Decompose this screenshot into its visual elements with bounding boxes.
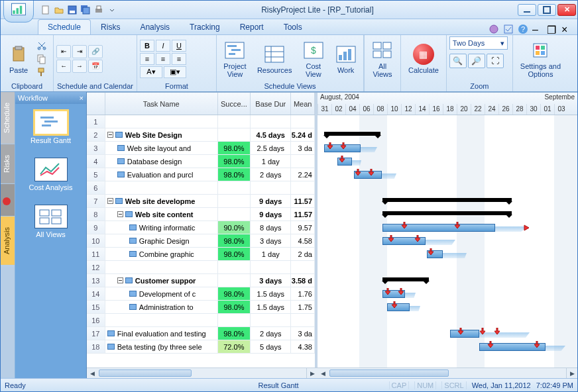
outdent-button[interactable]: ←	[56, 60, 71, 73]
help-icon[interactable]: ?	[518, 24, 528, 34]
save-all-icon[interactable]	[80, 5, 91, 15]
align-left-button[interactable]: ≡	[140, 53, 154, 65]
header-rownum[interactable]	[87, 93, 105, 115]
table-row[interactable]: 15Administration to98.0%1.5 days1.75	[87, 301, 315, 314]
qat-dropdown-icon[interactable]	[107, 5, 117, 15]
risk-marker-icon[interactable]	[355, 169, 361, 175]
close-button[interactable]	[557, 4, 576, 16]
resources-button[interactable]: Resources	[253, 37, 296, 81]
project-view-button[interactable]: Project View	[219, 37, 251, 81]
gantt-chart[interactable]: August, 2004 Septembe 310204060810121416…	[318, 93, 577, 368]
cut-icon[interactable]	[36, 40, 47, 51]
underline-button[interactable]: U	[172, 40, 186, 52]
indent-button[interactable]: →	[72, 60, 87, 73]
fill-color-button[interactable]: ▣▾	[164, 66, 186, 78]
workflow-result-gantt[interactable]: Result Gantt	[23, 111, 80, 144]
mdi-close-icon[interactable]: ×	[561, 24, 572, 34]
risk-marker-icon[interactable]	[428, 248, 434, 255]
zoom-out-button[interactable]: 🔎	[468, 54, 485, 68]
align-center-button[interactable]: ≡	[156, 53, 170, 65]
risk-marker-icon[interactable]	[384, 288, 391, 295]
cost-view-button[interactable]: $Cost View	[298, 37, 328, 81]
table-row[interactable]: 8Web site content9 days11.57	[87, 208, 315, 221]
table-row[interactable]: 3Web site layout and98.0%2.5 days3 da	[87, 142, 315, 155]
zoom-in-button[interactable]: 🔍	[449, 54, 467, 68]
side-tab-analysis[interactable]: Analysis	[1, 217, 15, 266]
align-right-button[interactable]: ≡	[172, 53, 186, 65]
table-row[interactable]: 6	[87, 181, 315, 195]
gantt-hscroll-thumb[interactable]	[329, 369, 449, 377]
open-icon[interactable]	[54, 5, 64, 15]
calendar-button[interactable]: 📅	[88, 60, 103, 73]
app-menu-button[interactable]	[3, 0, 34, 23]
risk-marker-icon[interactable]	[340, 142, 347, 149]
risk-marker-icon[interactable]	[414, 235, 421, 242]
table-row[interactable]: 13Customer suppor3 days3.58 d	[87, 274, 315, 287]
toggle-icon[interactable]	[503, 24, 514, 34]
header-taskname[interactable]: Task Name	[105, 93, 218, 115]
risk-marker-icon[interactable]	[388, 235, 394, 242]
gantt-scroll-right[interactable]: ▶	[567, 368, 577, 378]
table-row[interactable]: 4Database design98.0%1 day	[87, 155, 315, 168]
risk-marker-icon[interactable]	[487, 341, 494, 348]
indent-left-button[interactable]: ⇤	[56, 45, 71, 58]
gantt-body[interactable]: ▲ ▼	[318, 115, 577, 368]
copy-icon[interactable]	[36, 54, 47, 64]
work-button[interactable]: Work	[331, 37, 361, 81]
grid-scroll-left[interactable]: ◀	[87, 368, 97, 378]
table-row[interactable]: 17Final evaluation and testing98.0%2 day…	[87, 327, 315, 340]
zoom-combo[interactable]: Two Days▾	[449, 36, 508, 50]
table-row[interactable]: 12	[87, 261, 315, 274]
table-row[interactable]: 11Combine graphic98.0%1 day2 da	[87, 248, 315, 261]
font-color-button[interactable]: A▾	[140, 66, 162, 78]
minimize-button[interactable]	[518, 4, 536, 16]
print-icon[interactable]	[93, 5, 104, 15]
risk-marker-icon[interactable]	[454, 222, 461, 228]
table-row[interactable]: 5Evaluation and purcl98.0%2 days2.24	[87, 168, 315, 181]
table-row[interactable]: 1	[87, 115, 315, 128]
risk-marker-icon[interactable]	[479, 328, 486, 334]
risk-marker-icon[interactable]	[457, 328, 464, 334]
risk-marker-icon[interactable]	[398, 288, 404, 295]
tab-analysis[interactable]: Analysis	[130, 19, 180, 34]
paste-button[interactable]: Paste	[3, 37, 34, 81]
header-success[interactable]: Succe...	[218, 93, 251, 115]
table-row[interactable]: 16	[87, 314, 315, 327]
side-tab-risks[interactable]: Risks	[1, 144, 15, 184]
table-row[interactable]: 18Beta testing (by three sele72.0%5 days…	[87, 340, 315, 354]
grid-hscroll-thumb[interactable]	[99, 369, 192, 377]
risk-marker-icon[interactable]	[401, 222, 408, 228]
side-tab-schedule[interactable]: Schedule	[1, 92, 15, 144]
risk-marker-icon[interactable]	[327, 142, 333, 149]
help-style-icon[interactable]	[489, 24, 499, 34]
workflow-cost-analysis[interactable]: Cost Analysis	[23, 158, 80, 191]
new-icon[interactable]	[40, 5, 51, 15]
risk-marker-icon[interactable]	[339, 156, 345, 162]
save-icon[interactable]	[67, 5, 78, 15]
all-views-button[interactable]: All Views	[367, 37, 398, 81]
maximize-button[interactable]	[538, 4, 556, 16]
risk-marker-icon[interactable]	[391, 301, 398, 308]
table-row[interactable]: 7Web site developme9 days11.57	[87, 195, 315, 208]
tab-report[interactable]: Report	[230, 19, 274, 34]
settings-button[interactable]: Settings and Options	[516, 37, 565, 81]
risk-marker-icon[interactable]	[368, 169, 375, 175]
gantt-scroll-left[interactable]: ◀	[318, 368, 328, 378]
mdi-min-icon[interactable]: –	[532, 24, 543, 34]
grid-scroll-right[interactable]: ▶	[307, 368, 318, 378]
table-row[interactable]: 2Web Site Design4.5 days5.24 d	[87, 128, 315, 142]
table-row[interactable]: 10Graphic Design98.0%3 days4.58	[87, 234, 315, 248]
tab-tools[interactable]: Tools	[274, 19, 312, 34]
indent-right-button[interactable]: ⇥	[72, 45, 87, 58]
calculate-button[interactable]: ▦Calculate	[404, 37, 443, 81]
header-basedur[interactable]: Base Dur	[251, 93, 291, 115]
format-painter-icon[interactable]	[36, 67, 47, 77]
bold-button[interactable]: B	[140, 40, 154, 52]
tab-risks[interactable]: Risks	[91, 19, 130, 34]
mdi-restore-icon[interactable]: ❐	[547, 24, 557, 34]
table-row[interactable]: 14Development of c98.0%1.5 days1.76	[87, 287, 315, 301]
italic-button[interactable]: I	[156, 40, 170, 52]
header-mean[interactable]: Mean	[291, 93, 315, 115]
tab-tracking[interactable]: Tracking	[180, 19, 230, 34]
zoom-fit-button[interactable]: ⛶	[487, 54, 504, 68]
